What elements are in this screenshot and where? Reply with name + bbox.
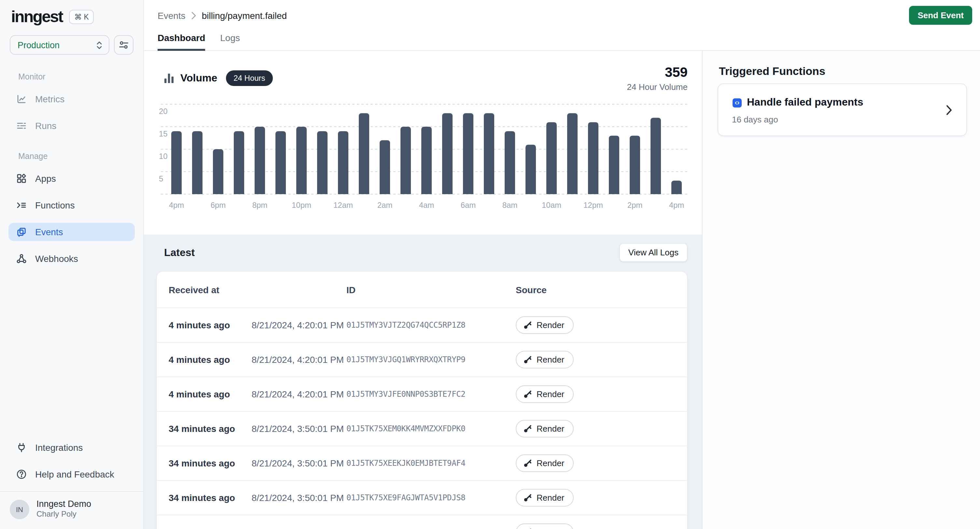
render-source-button[interactable]: Render: [516, 351, 573, 368]
environment-filter-button[interactable]: [114, 35, 134, 55]
volume-bar[interactable]: [588, 122, 598, 194]
sidebar-item-label: Functions: [35, 200, 75, 210]
key-icon: [523, 459, 532, 468]
list-runs-icon: [16, 121, 27, 131]
avatar: IN: [10, 500, 29, 519]
received-relative: 44 minutes ago: [169, 527, 235, 529]
column-source: Source: [516, 284, 547, 295]
volume-bar[interactable]: [275, 131, 286, 194]
volume-bar[interactable]: [317, 131, 328, 194]
environment-value: Production: [18, 40, 60, 50]
source-label: Render: [536, 320, 564, 330]
event-row[interactable]: 44 minutes ago8/21/2024, 3:40:01 PM01J5T…: [157, 515, 687, 529]
render-source-button[interactable]: Render: [516, 386, 573, 403]
render-source-button[interactable]: Render: [516, 523, 573, 529]
event-row[interactable]: 4 minutes ago8/21/2024, 4:20:01 PM01J5TM…: [157, 342, 687, 376]
volume-bar[interactable]: [255, 127, 265, 194]
volume-bar[interactable]: [484, 113, 494, 194]
volume-bar[interactable]: [567, 113, 578, 194]
help-circle-icon: [16, 469, 27, 479]
volume-bar[interactable]: [171, 131, 182, 194]
chevron-right-icon: [191, 12, 196, 19]
tab-dashboard[interactable]: Dashboard: [158, 33, 205, 51]
received-at-cell: 34 minutes ago8/21/2024, 3:50:01 PM: [169, 492, 344, 503]
function-code-icon: [733, 98, 742, 107]
volume-bar[interactable]: [192, 131, 202, 194]
volume-bar[interactable]: [630, 136, 640, 194]
sidebar-item-apps[interactable]: Apps: [8, 169, 135, 188]
key-icon: [523, 355, 532, 364]
volume-bar[interactable]: [359, 113, 369, 194]
user-org: Charly Poly: [37, 510, 91, 520]
volume-bar[interactable]: [380, 140, 390, 194]
received-at-cell: 34 minutes ago8/21/2024, 3:50:01 PM: [169, 424, 344, 434]
breadcrumb-events-link[interactable]: Events: [158, 10, 186, 21]
sidebar-item-events[interactable]: Events: [8, 223, 135, 241]
volume-bar[interactable]: [421, 127, 432, 194]
volume-bar[interactable]: [546, 122, 557, 194]
volume-bar[interactable]: [213, 149, 223, 194]
sidebar-item-metrics[interactable]: Metrics: [8, 90, 135, 108]
sidebar-item-integrations[interactable]: Integrations: [8, 438, 135, 456]
volume-bar[interactable]: [234, 131, 244, 194]
render-source-button[interactable]: Render: [516, 454, 573, 472]
render-source-button[interactable]: Render: [516, 420, 573, 437]
event-row[interactable]: 34 minutes ago8/21/2024, 3:50:01 PM01J5T…: [157, 446, 687, 480]
render-source-button[interactable]: Render: [516, 316, 573, 334]
volume-total-caption: 24 Hour Volume: [627, 82, 687, 92]
inngest-logo: inngest: [11, 8, 62, 25]
received-timestamp: 8/21/2024, 3:50:01 PM: [252, 492, 344, 503]
x-axis-tick: 8pm: [252, 201, 267, 209]
function-card[interactable]: Handle failed payments 16 days ago: [718, 83, 967, 136]
column-received-at: Received at: [169, 284, 220, 295]
event-row[interactable]: 34 minutes ago8/21/2024, 3:50:01 PM01J5T…: [157, 480, 687, 515]
tab-logs[interactable]: Logs: [220, 33, 240, 51]
volume-bar[interactable]: [505, 131, 515, 194]
function-name: Handle failed payments: [747, 96, 863, 108]
volume-bar[interactable]: [463, 113, 473, 194]
volume-bar[interactable]: [442, 113, 453, 194]
volume-bar[interactable]: [609, 136, 619, 194]
event-id: 01J5TK75XEM0KK4MVMZXXFDPK0: [347, 424, 465, 433]
received-timestamp: 8/21/2024, 3:50:01 PM: [252, 458, 344, 468]
sidebar-item-label: Help and Feedback: [35, 469, 114, 479]
x-axis-tick: 10pm: [292, 201, 311, 209]
user-menu[interactable]: IN Inngest Demo Charly Poly: [0, 492, 143, 529]
range-badge: 24 Hours: [226, 70, 273, 86]
sidebar-item-functions[interactable]: Functions: [8, 196, 135, 214]
x-axis-tick: 2pm: [627, 201, 643, 209]
received-relative: 4 minutes ago: [169, 320, 230, 330]
render-source-button[interactable]: Render: [516, 489, 573, 507]
event-dashboard-panel: 51015204pm6pm8pm10pm12am2am4am6am8am10am…: [144, 51, 702, 529]
sidebar-item-webhooks[interactable]: Webhooks: [8, 250, 135, 268]
event-row[interactable]: 34 minutes ago8/21/2024, 3:50:01 PM01J5T…: [157, 411, 687, 446]
received-relative: 34 minutes ago: [169, 492, 235, 503]
send-event-button[interactable]: Send Event: [909, 6, 972, 25]
apps-grid-icon: [16, 173, 27, 184]
environment-select[interactable]: Production: [10, 35, 110, 55]
volume-bar[interactable]: [651, 118, 661, 194]
volume-bar[interactable]: [525, 145, 536, 194]
event-row[interactable]: 4 minutes ago8/21/2024, 4:20:01 PM01J5TM…: [157, 308, 687, 342]
x-axis-tick: 8am: [503, 201, 518, 209]
x-axis-tick: 12am: [333, 201, 353, 209]
volume-bar[interactable]: [296, 127, 307, 194]
volume-bar[interactable]: [671, 181, 682, 194]
event-id: 01J5TMY3VJFE0NNP0S3BTE7FC2: [347, 390, 465, 399]
webhooks-icon: [16, 253, 27, 264]
event-row[interactable]: 4 minutes ago8/21/2024, 4:20:01 PM01J5TM…: [157, 376, 687, 411]
sidebar-item-label: Events: [35, 227, 63, 237]
key-icon: [523, 390, 532, 399]
volume-bar[interactable]: [401, 127, 411, 194]
latest-title: Latest: [164, 247, 195, 258]
triggered-functions-panel: Triggered Functions Handle failed paymen…: [702, 51, 980, 529]
command-k-shortcut[interactable]: ⌘ K: [69, 10, 94, 24]
sidebar-item-label: Runs: [35, 121, 56, 131]
sidebar-item-runs[interactable]: Runs: [8, 116, 135, 135]
volume-bar[interactable]: [338, 131, 348, 194]
sidebar-item-help[interactable]: Help and Feedback: [8, 465, 135, 483]
function-last-run: 16 days ago: [732, 115, 778, 124]
key-icon: [523, 528, 532, 529]
received-relative: 4 minutes ago: [169, 389, 230, 399]
view-all-logs-button[interactable]: View All Logs: [619, 243, 687, 262]
